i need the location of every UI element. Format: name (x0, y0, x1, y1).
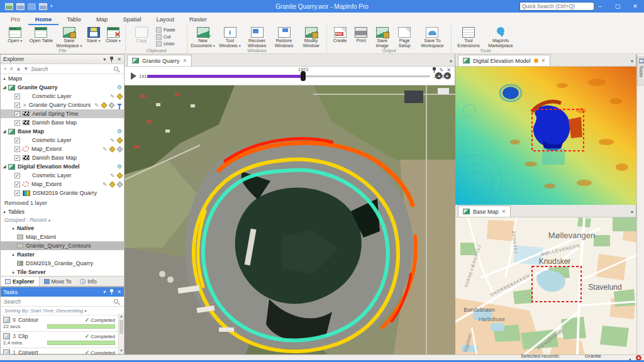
step-backward-button[interactable]: ◂ (435, 72, 442, 79)
layer-style-icon[interactable] (117, 146, 123, 152)
search-icon[interactable] (114, 299, 118, 304)
layer-style-icon[interactable] (101, 102, 108, 108)
aerial-map-canvas[interactable] (125, 85, 455, 354)
pencil-icon[interactable]: ✎ (94, 102, 99, 108)
qat-redo-icon[interactable] (39, 3, 47, 10)
panel-menu-icon[interactable]: ▾ (103, 57, 106, 62)
tool-extensions-button[interactable]: Tool Extensions (454, 26, 483, 47)
step-forward-button[interactable]: ▸ (444, 72, 451, 79)
layer-style-icon[interactable] (109, 146, 116, 152)
close-slider-icon[interactable]: ✕ (447, 67, 451, 73)
map-group-dem[interactable]: ◢ Digital Elevation Model ⚙ (1, 162, 124, 171)
layer-style-icon[interactable] (117, 172, 123, 178)
tab-move-to[interactable]: Move To (40, 277, 76, 286)
pin-icon[interactable] (109, 289, 114, 295)
minimize-button[interactable]: – (591, 0, 609, 13)
layer-row-selected[interactable]: ✓ Aerial Spring Time (1, 109, 124, 118)
copy-button[interactable]: Copy (128, 26, 155, 47)
maximize-button[interactable]: ▢ (609, 0, 626, 13)
pencil-icon[interactable]: ✎ (110, 94, 114, 99)
tab-pro[interactable]: Pro (4, 14, 27, 25)
task-row-clip[interactable]: 3 Clip ✓Completed 2,4 mins (1, 332, 124, 348)
pencil-icon[interactable]: ✎ (110, 173, 114, 178)
layer-checkbox[interactable]: ✓ (14, 138, 20, 143)
layer-row[interactable]: ✓ Danish Base Map (1, 118, 124, 127)
new-document-button[interactable]: New Document ▾ (190, 26, 216, 47)
qat-save-icon[interactable] (16, 3, 25, 10)
tab-overflow-button[interactable]: ▾ (628, 58, 636, 66)
tools-dock-tab[interactable]: Tools (637, 57, 644, 85)
pencil-icon[interactable]: ✎ (110, 138, 114, 143)
slider-thumb[interactable] (301, 71, 306, 81)
move-down-icon[interactable]: ▼ (23, 66, 28, 72)
paste-button[interactable]: Paste (156, 27, 175, 33)
dem-canvas[interactable] (455, 67, 636, 205)
tab-home[interactable]: Home (28, 14, 58, 25)
tab-spatial[interactable]: Spatial (116, 14, 148, 25)
tab-close-icon[interactable]: ✕ (502, 209, 506, 214)
remove-layer-icon[interactable]: ✕ (9, 66, 14, 72)
recover-windows-button[interactable]: Recover Windows (244, 26, 270, 47)
modify-window-button[interactable]: Modify Window (298, 26, 324, 47)
layer-checkbox[interactable]: ✓ (14, 146, 20, 152)
tab-overflow-button[interactable]: ▾ (628, 209, 636, 217)
add-layer-icon[interactable]: + (4, 66, 7, 72)
tasks-scrollbar[interactable]: ▲ ▼ (118, 314, 124, 354)
layer-row[interactable]: ✓ DSM2019 Granite Quarry (1, 189, 124, 197)
layer-style-icon[interactable] (117, 137, 123, 143)
layer-style-icon[interactable] (109, 102, 115, 108)
panel-close-icon[interactable]: ✕ (117, 289, 121, 295)
table-item[interactable]: Map_Extent (1, 233, 124, 241)
maps-section-header[interactable]: ▴ Maps (1, 74, 124, 83)
save-workspace-button[interactable]: Save Workspace ▾ (55, 26, 83, 47)
tab-map[interactable]: Map (89, 14, 114, 25)
layer-style-icon[interactable] (117, 93, 123, 99)
tab-base-map[interactable]: Base Map ✕ (458, 206, 511, 217)
gear-icon[interactable]: ⚙ (117, 163, 122, 170)
pencil-icon[interactable]: ✎ (103, 146, 107, 152)
save-to-workspace-button[interactable]: Save To Workspace (416, 26, 448, 47)
map-group-base-map[interactable]: ◢ Base Map ⚙ (1, 127, 124, 136)
print-button[interactable]: Print (352, 26, 370, 47)
gear-icon[interactable]: ⚙ (117, 84, 122, 90)
table-group-tile-server[interactable]: ▴ Tile Server (1, 268, 124, 277)
layer-row[interactable]: ✓ Cosmetic Layer ✎ (1, 92, 124, 101)
layer-checkbox[interactable]: ✓ (14, 155, 20, 161)
panel-close-icon[interactable]: ✕ (117, 57, 121, 62)
layer-style-icon[interactable] (109, 181, 116, 187)
qat-undo-icon[interactable] (28, 3, 36, 10)
explorer-search-input[interactable] (31, 66, 111, 72)
layer-row[interactable]: ✓ ✕ Granite Quarry Contours ✎ (1, 101, 124, 109)
restore-windows-button[interactable]: Restore Windows (271, 26, 297, 47)
close-button[interactable]: ✕ (626, 0, 644, 13)
tab-layout[interactable]: Layout (149, 14, 181, 25)
tab-overflow-button[interactable]: ▾ (447, 58, 455, 66)
layer-row[interactable]: ✓ Danish Base Map (1, 153, 124, 162)
pencil-icon[interactable]: ✎ (103, 182, 107, 187)
table-group-raster[interactable]: ▴ Raster (1, 250, 124, 259)
tab-table[interactable]: Table (60, 14, 88, 25)
table-group-native[interactable]: ▴ Native (1, 224, 124, 233)
scroll-up-icon[interactable]: ▲ (119, 314, 124, 319)
tab-close-icon[interactable]: ✕ (183, 58, 187, 63)
grouped-recent-dropdown[interactable]: Grouped : Recent ▾ (1, 216, 124, 224)
layer-style-icon[interactable] (117, 181, 123, 187)
layer-row[interactable]: ✓ Cosmetic Layer ✎ (1, 171, 124, 180)
edit-icon[interactable]: ✎ (440, 67, 444, 73)
tasks-sorting-dropdown[interactable]: Sorting By: Start Time, Descending ▾ (1, 307, 124, 315)
map-group-granite-quarry[interactable]: ◢ Granite Quarry ⚙ (1, 83, 124, 92)
scroll-thumb[interactable] (119, 320, 123, 334)
tab-raster[interactable]: Raster (182, 14, 214, 25)
layer-row[interactable]: ✓ Map_Extent ✎ (1, 145, 124, 153)
marketplace-button[interactable]: MapInfo Marketplace (484, 26, 517, 47)
tab-digital-elevation-model[interactable]: Digital Elevation Model ✕ (458, 55, 550, 66)
tab-granite-quarry[interactable]: Granite Quarry ✕ (127, 55, 192, 66)
layer-checkbox[interactable]: ✓ (14, 120, 20, 126)
layer-checkbox[interactable]: ✓ (14, 102, 20, 108)
filter-icon[interactable] (117, 104, 122, 107)
table-item-selected[interactable]: Granite_Quarry_Contours (1, 241, 124, 250)
tab-explorer[interactable]: Explorer (1, 277, 40, 286)
create-button[interactable]: Create (330, 26, 350, 47)
layer-checkbox[interactable]: ✓ (14, 190, 20, 196)
quick-search-input[interactable] (520, 3, 594, 9)
